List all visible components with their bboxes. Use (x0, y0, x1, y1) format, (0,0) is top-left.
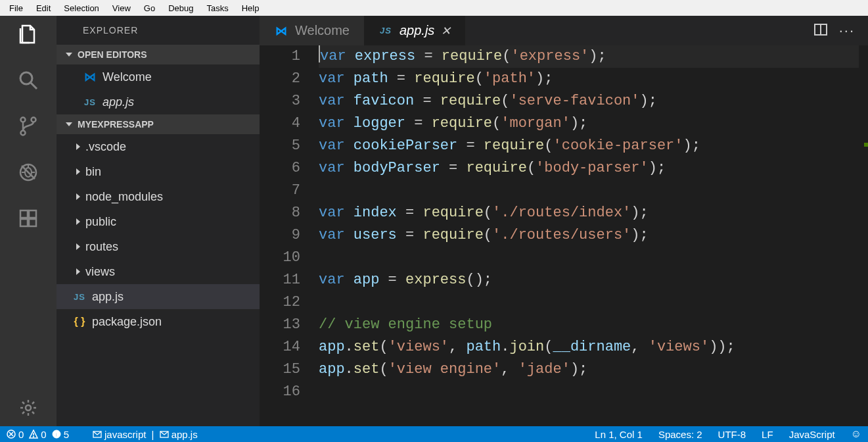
code-line[interactable]: var cookieParser = require('cookie-parse… (319, 135, 868, 157)
svg-rect-13 (20, 219, 28, 226)
chevron-right-icon (76, 243, 80, 250)
svg-point-0 (20, 72, 32, 84)
status-info[interactable]: i 5 (52, 429, 69, 440)
status-language-mode[interactable]: JavaScript (789, 429, 835, 440)
svg-point-2 (21, 118, 26, 122)
status-eol[interactable]: LF (762, 429, 773, 440)
tree-item-label: views (85, 265, 115, 279)
svg-text:i: i (55, 431, 57, 438)
tree-item-label: public (85, 215, 116, 229)
code-line[interactable]: app.set('view engine', 'jade'); (319, 358, 868, 381)
tree-item-bin[interactable]: bin (57, 159, 260, 184)
tree-item-app-js[interactable]: JSapp.js (57, 284, 260, 309)
code-line[interactable]: var users = require('./routes/users'); (319, 224, 868, 247)
menu-edit[interactable]: Edit (30, 2, 57, 14)
code-line[interactable] (319, 381, 868, 403)
svg-rect-11 (20, 210, 28, 218)
tree-item-label: package.json (92, 315, 162, 329)
tree-item--vscode[interactable]: .vscode (57, 134, 260, 159)
scrollbar[interactable] (859, 45, 868, 426)
status-errors-count: 0 (18, 429, 24, 440)
menu-debug[interactable]: Debug (162, 2, 200, 14)
svg-point-22 (34, 436, 35, 437)
js-file-icon: JS (378, 26, 393, 36)
code-line[interactable] (319, 180, 868, 202)
svg-line-1 (31, 83, 37, 89)
tree-item-package-json[interactable]: { }package.json (57, 309, 260, 334)
project-header[interactable]: MYEXPRESSAPP (57, 114, 260, 134)
more-actions-icon[interactable]: ··· (839, 22, 855, 39)
feedback-smiley-icon[interactable]: ☺ (851, 428, 861, 440)
code-line[interactable]: var index = require('./routes/index'); (319, 202, 868, 224)
menu-help[interactable]: Help (235, 2, 266, 14)
tab-welcome[interactable]: ⋈ Welcome (260, 16, 364, 45)
line-number: 9 (260, 224, 300, 247)
activity-search-icon[interactable] (15, 67, 41, 93)
editor-tabs: ⋈ Welcome JS app.js ✕ ··· (260, 16, 868, 45)
tree-item-routes[interactable]: routes (57, 234, 260, 259)
line-number: 11 (260, 269, 300, 291)
status-errors[interactable]: 0 (7, 429, 24, 440)
line-number: 10 (260, 247, 300, 269)
tree-item-views[interactable]: views (57, 259, 260, 284)
code-editor[interactable]: 12345678910111213141516 var express = re… (260, 45, 868, 426)
explorer-sidebar: EXPLORER OPEN EDITORS ⋈ Welcome JS app.j… (57, 16, 260, 426)
chevron-right-icon (76, 218, 80, 225)
tree-item-node_modules[interactable]: node_modules (57, 184, 260, 209)
activity-settings-icon[interactable] (15, 395, 41, 421)
code-line[interactable]: // view engine setup (319, 314, 868, 336)
open-editor-appjs[interactable]: JS app.js (57, 89, 260, 114)
open-editors-header[interactable]: OPEN EDITORS (57, 45, 260, 64)
tab-label: app.js (400, 23, 434, 38)
open-editor-label: app.js (103, 95, 134, 109)
tab-appjs[interactable]: JS app.js ✕ (364, 16, 465, 45)
line-number: 12 (260, 291, 300, 314)
close-icon[interactable]: ✕ (441, 24, 451, 38)
code-line[interactable]: var path = require('path'); (319, 68, 868, 90)
menu-go[interactable]: Go (137, 2, 162, 14)
activity-extensions-icon[interactable] (15, 205, 41, 232)
status-warnings[interactable]: 0 (29, 429, 46, 440)
code-line[interactable]: var app = express(); (319, 269, 868, 291)
code-line[interactable]: var bodyParser = require('body-parser'); (319, 157, 868, 180)
status-language-status[interactable]: javascript | app.js (93, 429, 198, 440)
svg-point-15 (26, 405, 31, 410)
json-file-icon: { } (72, 316, 87, 328)
svg-point-4 (32, 118, 36, 122)
menu-tasks[interactable]: Tasks (200, 2, 235, 14)
svg-rect-14 (29, 219, 36, 226)
vscode-logo-icon: ⋈ (83, 70, 97, 84)
code-lines[interactable]: var express = require('express');var pat… (319, 45, 868, 426)
open-editor-label: Welcome (103, 70, 152, 84)
code-line[interactable] (319, 247, 868, 269)
status-warnings-count: 0 (41, 429, 46, 440)
line-number: 3 (260, 90, 300, 112)
chevron-right-icon (76, 168, 80, 175)
code-line[interactable]: app.set('views', path.join(__dirname, 'v… (319, 336, 868, 358)
code-line[interactable]: var express = require('express'); (319, 45, 868, 68)
menu-bar: File Edit Selection View Go Debug Tasks … (0, 0, 868, 16)
activity-debug-icon[interactable] (15, 159, 41, 185)
line-number: 8 (260, 202, 300, 224)
status-encoding[interactable]: UTF-8 (718, 429, 746, 440)
split-editor-icon[interactable] (814, 23, 827, 39)
menu-selection[interactable]: Selection (57, 2, 105, 14)
code-line[interactable]: var logger = require('morgan'); (319, 112, 868, 135)
status-indentation[interactable]: Spaces: 2 (658, 429, 702, 440)
code-line[interactable]: var favicon = require('serve-favicon'); (319, 90, 868, 112)
tab-label: Welcome (295, 23, 350, 38)
svg-rect-12 (29, 210, 36, 218)
status-cursor-position[interactable]: Ln 1, Col 1 (595, 429, 643, 440)
activity-bar (0, 16, 57, 426)
open-editor-welcome[interactable]: ⋈ Welcome (57, 64, 260, 89)
line-number: 16 (260, 381, 300, 403)
tree-item-public[interactable]: public (57, 209, 260, 234)
activity-explorer-icon[interactable] (15, 21, 41, 47)
status-lang-2: app.js (171, 429, 198, 440)
activity-source-control-icon[interactable] (15, 113, 41, 139)
code-line[interactable] (319, 291, 868, 314)
line-number: 14 (260, 336, 300, 358)
menu-file[interactable]: File (3, 2, 30, 14)
menu-view[interactable]: View (106, 2, 137, 14)
tree-item-label: routes (85, 240, 118, 254)
